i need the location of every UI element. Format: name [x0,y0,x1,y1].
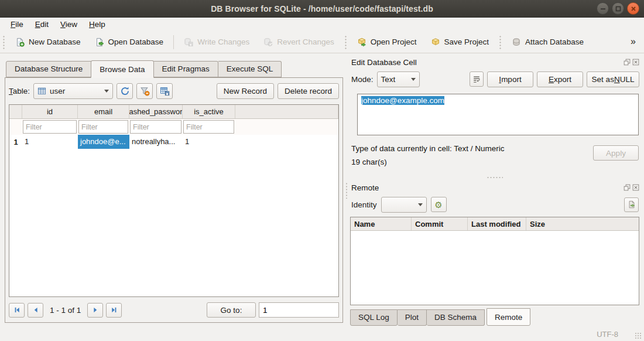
column-header-id[interactable]: id [22,105,78,118]
grid-corner[interactable] [9,105,22,118]
column-header-is-active[interactable]: is_active [183,105,235,118]
tab-edit-pragmas[interactable]: Edit Pragmas [154,61,218,77]
revert-changes-button: Revert Changes [259,35,338,50]
clear-filters-button[interactable] [136,83,153,99]
new-record-button[interactable]: New Record [217,83,274,99]
clear-filter-icon [140,86,150,96]
cell-type-info: Type of data currently in cell: Text / N… [351,142,505,155]
horizontal-splitter[interactable] [350,173,639,181]
chevron-down-icon [411,78,416,81]
remote-table-body [351,231,639,305]
import-button[interactable]: Import [487,71,533,87]
maximize-button[interactable] [612,2,624,15]
first-page-icon [13,306,20,313]
cell-email-selected[interactable]: johndoe@e... [78,135,129,149]
remote-identity-row: Identity ⚙ [350,195,639,214]
word-wrap-button[interactable] [470,71,484,87]
goto-button[interactable]: Go to: [207,302,256,318]
toolbar: New Database Open Database Write Changes [0,31,644,53]
tab-browse-data[interactable]: Browse Data [91,60,153,78]
toolbar-drag-handle[interactable] [2,35,5,49]
write-changes-icon [184,37,193,47]
main-area: Database Structure Browse Data Edit Prag… [0,53,644,327]
push-database-button[interactable] [624,197,639,212]
cell-info-text: Type of data currently in cell: Text / N… [351,142,505,173]
identity-settings-button[interactable]: ⚙ [431,197,447,212]
browse-panel: Database Structure Browse Data Edit Prag… [0,53,343,327]
goto-input[interactable] [259,302,339,318]
row-number[interactable]: 1 [9,138,22,146]
first-page-button[interactable] [9,303,25,318]
save-results-button[interactable] [156,83,173,99]
set-as-null-button[interactable]: Set as NULL [587,71,639,87]
delete-record-button[interactable]: Delete record [278,83,339,99]
menu-edit[interactable]: Edit [29,19,54,30]
filter-input-is-active[interactable] [183,120,234,134]
tab-plot[interactable]: Plot [398,309,427,326]
attach-database-button[interactable]: Attach Database [508,35,588,50]
remote-column-name[interactable]: Name [351,217,412,230]
write-changes-button: Write Changes [180,35,254,50]
menu-help[interactable]: Help [83,19,111,30]
identity-label: Identity [351,200,377,209]
vertical-splitter[interactable] [343,53,350,327]
push-database-icon [628,200,636,209]
identity-select[interactable] [381,197,427,213]
tab-execute-sql[interactable]: Execute SQL [218,61,282,77]
save-project-button[interactable]: Save Project [427,35,494,50]
toolbar-drag-handle[interactable] [344,35,347,49]
table-select[interactable]: user [33,83,113,99]
edit-cell-title: Edit Database Cell [351,58,417,67]
column-header-hashed-password[interactable]: ashed_passwor [129,105,183,118]
data-grid: id email ashed_passwor is_active [9,104,339,297]
cell-hashed-password[interactable]: notreallyha... [129,135,183,149]
main-tabbar: Database Structure Browse Data Edit Prag… [6,60,343,77]
new-database-button[interactable]: New Database [11,35,85,50]
cell-editor[interactable]: johndoe@example.com [357,94,639,135]
toolbar-drag-handle[interactable] [499,35,502,49]
open-project-button[interactable]: Open Project [353,35,421,50]
tab-db-schema[interactable]: DB Schema [427,309,485,326]
float-dock-icon[interactable] [624,184,631,191]
close-dock-icon[interactable] [632,59,639,66]
mode-select[interactable]: Text [377,71,420,87]
tab-database-structure[interactable]: Database Structure [6,61,91,77]
close-button[interactable] [627,2,639,15]
grid-filter-row [9,119,338,135]
remote-column-size[interactable]: Size [526,217,639,230]
chevron-down-icon [104,90,109,93]
revert-changes-icon [263,37,273,47]
filter-input-hashed-password[interactable] [130,120,181,134]
open-database-button[interactable]: Open Database [91,35,168,50]
refresh-button[interactable] [117,83,133,99]
export-button[interactable]: Export [537,71,583,87]
remote-column-commit[interactable]: Commit [412,217,468,230]
float-dock-icon[interactable] [624,59,631,66]
remote-table: Name Commit Last modified Size [350,217,639,305]
remote-table-header: Name Commit Last modified Size [351,217,639,231]
column-header-email[interactable]: email [78,105,129,118]
menu-file[interactable]: File [5,19,29,30]
last-page-button[interactable] [106,303,122,318]
resize-grip-icon[interactable] [635,332,642,340]
next-page-button[interactable] [87,303,103,318]
previous-page-button[interactable] [28,303,43,318]
cell-info-row: Type of data currently in cell: Text / N… [350,142,639,173]
tab-remote[interactable]: Remote [487,308,530,326]
toolbar-overflow-button[interactable]: » [631,36,638,48]
splitter-handle-icon [345,182,348,199]
right-dock-area: Edit Database Cell Mode: Text [350,53,644,327]
tab-sql-log[interactable]: SQL Log [350,309,398,326]
table-select-value: user [50,87,65,96]
cell-is-active[interactable]: 1 [183,135,235,149]
statusbar: UTF-8 [0,327,644,341]
filter-input-id[interactable] [23,120,77,134]
cell-id[interactable]: 1 [22,135,78,149]
previous-page-icon [32,306,39,313]
table-controls: Table: user [9,81,339,101]
filter-input-email[interactable] [78,120,128,134]
menu-view[interactable]: View [54,19,83,30]
minimize-button[interactable] [597,2,609,15]
close-dock-icon[interactable] [632,184,639,191]
remote-column-last-modified[interactable]: Last modified [468,217,526,230]
